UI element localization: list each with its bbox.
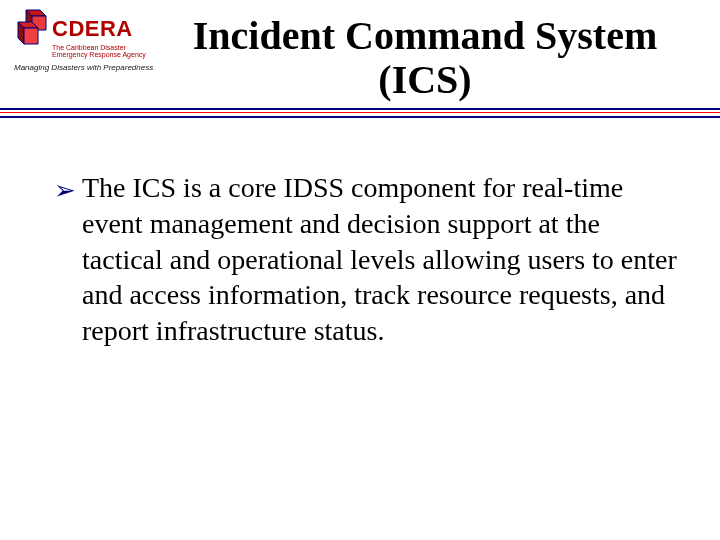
title-line-1: Incident Command System	[193, 13, 657, 58]
logo-sub-line1: The Caribbean Disaster	[52, 44, 126, 51]
logo-sub-line2: Emergency Response Agency	[52, 51, 146, 58]
divider-line-top	[0, 108, 720, 110]
logo-name: CDERA	[52, 16, 133, 42]
logo-subtitle: The Caribbean Disaster Emergency Respons…	[52, 44, 146, 59]
svg-marker-5	[24, 28, 38, 44]
logo-tagline: Managing Disasters with Preparedness	[14, 63, 153, 72]
logo-block: CDERA The Caribbean Disaster Emergency R…	[12, 8, 162, 72]
title-line-2: (ICS)	[378, 57, 471, 102]
divider-line-bottom	[0, 116, 720, 118]
slide: CDERA The Caribbean Disaster Emergency R…	[0, 0, 720, 540]
slide-header: CDERA The Caribbean Disaster Emergency R…	[0, 0, 720, 102]
divider-line-mid	[0, 112, 720, 113]
logo-text-row: CDERA	[52, 16, 133, 42]
slide-body: ➢ The ICS is a core IDSS component for r…	[54, 170, 680, 349]
slide-title: Incident Command System (ICS)	[162, 8, 708, 102]
bullet-arrow-icon: ➢	[54, 174, 76, 207]
bullet-item: ➢ The ICS is a core IDSS component for r…	[54, 170, 680, 349]
bullet-text: The ICS is a core IDSS component for rea…	[82, 170, 680, 349]
